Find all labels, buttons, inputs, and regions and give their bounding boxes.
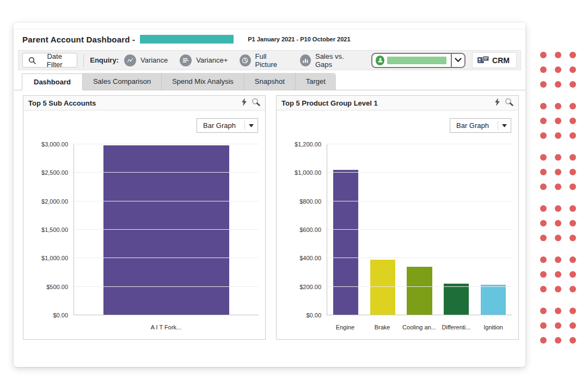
account-selector-dropdown[interactable] [371, 53, 465, 68]
decor-dot [555, 220, 561, 226]
page-title: Parent Account Dashboard - [22, 35, 135, 44]
tab-snapshot[interactable]: Snapshot [244, 73, 296, 90]
panel-body: Bar Graph $0.00$200.00$400.00$600.00$800… [277, 111, 518, 339]
decor-dot [555, 286, 561, 292]
gridline [327, 315, 512, 315]
decor-dot [569, 286, 576, 292]
gridline [74, 286, 259, 287]
tab-snapshot-label: Snapshot [255, 77, 285, 85]
decor-dot [555, 118, 561, 124]
refresh-bolt-icon[interactable] [494, 98, 501, 108]
caret-down-icon [244, 121, 258, 130]
decor-dot [555, 271, 561, 278]
decor-dot [555, 235, 561, 241]
enquiry-variance-plus-button[interactable]: Variance+ [180, 54, 228, 66]
zoom-magnifier-icon[interactable] [252, 98, 260, 108]
bar-cooling-an[interactable] [407, 267, 432, 315]
tab-target[interactable]: Target [296, 73, 336, 90]
panel-top-5-sub-accounts: Top 5 Sub Accounts Bar Graph $0.00$500.0… [23, 95, 266, 340]
y-tick-label: $800.00 [299, 198, 321, 205]
title-row: Parent Account Dashboard - P1 January 20… [22, 33, 517, 46]
tab-sales-comparison[interactable]: Sales Comparison [83, 73, 162, 90]
window-top-divider [14, 29, 525, 29]
bar-chart-top-5-product-group-level-1: $0.00$200.00$400.00$600.00$800.00$1,000.… [281, 144, 514, 336]
bar-differenti[interactable] [444, 284, 469, 315]
contact-card-icon [477, 56, 489, 64]
y-axis: $0.00$500.00$1,000.00$1,500.00$2,000.00$… [28, 144, 70, 315]
bar-slot [401, 144, 438, 315]
enquiry-variance-button[interactable]: Variance [124, 54, 168, 66]
y-tick-label: $0.00 [306, 312, 321, 318]
column-chart-icon [300, 54, 311, 66]
crm-button[interactable]: CRM [472, 52, 517, 68]
x-axis: EngineBrakeCooling an...Differenti...Ign… [327, 318, 512, 336]
decor-dot [555, 337, 561, 344]
date-filter-label: Date Filter [40, 52, 69, 69]
panel-header: Top 5 Sub Accounts [23, 96, 265, 111]
decor-dot-group [540, 205, 584, 241]
zoom-magnifier-icon[interactable] [505, 98, 513, 108]
bar-a-i-t-fork[interactable] [103, 145, 229, 315]
enquiry-sales-vs-gaps-button[interactable]: Sales vs. Gaps [300, 52, 359, 69]
refresh-bolt-icon[interactable] [241, 98, 248, 108]
x-tick-label: Ignition [475, 318, 512, 336]
y-tick-label: $1,500.00 [41, 226, 68, 233]
enquiry-label: Enquiry: [90, 56, 119, 64]
decor-dot-group [540, 308, 584, 344]
enquiry-full-picture-button[interactable]: Full Picture [240, 52, 287, 69]
tab-dashboard[interactable]: Dashboard [22, 74, 83, 90]
decor-dot [555, 183, 561, 190]
toolbar: Date Filter Enquiry: Variance Variance+ … [18, 50, 521, 70]
decor-dot [540, 52, 547, 58]
x-axis: A I T Fork... [74, 318, 259, 336]
toolbar-divider [83, 54, 84, 67]
decor-dot [540, 271, 547, 278]
decor-dot [540, 322, 547, 329]
x-tick-label: Brake [364, 318, 401, 336]
decor-dot [555, 256, 561, 263]
date-filter-button[interactable]: Date Filter [22, 53, 77, 68]
bar-ignition[interactable] [481, 285, 506, 315]
bar-brake[interactable] [370, 260, 395, 315]
decor-dot [540, 154, 547, 161]
decor-dot-group [540, 256, 584, 292]
y-tick-label: $3,000.00 [41, 141, 68, 148]
decor-dot [569, 132, 576, 139]
decor-dot [540, 103, 547, 109]
decor-dot [555, 103, 561, 109]
gridline [327, 258, 512, 258]
bar-engine[interactable] [333, 170, 358, 315]
account-selector-redaction [387, 57, 446, 64]
y-tick-label: $500.00 [46, 284, 68, 290]
y-axis: $0.00$200.00$400.00$600.00$800.00$1,000.… [281, 144, 323, 315]
panel-header: Top 5 Product Group Level 1 [277, 96, 518, 111]
chevron-down-icon[interactable] [451, 54, 464, 67]
decor-dot [569, 308, 576, 314]
decor-dot [569, 256, 576, 263]
decor-dot [569, 118, 576, 124]
decor-dot-group [540, 52, 584, 88]
bar-slot [364, 144, 401, 315]
decor-dot [540, 286, 547, 292]
x-tick-label: Engine [327, 318, 364, 336]
enquiry-full-picture-label: Full Picture [255, 52, 288, 69]
decor-dot [569, 220, 576, 226]
panel-top-5-product-group-level-1: Top 5 Product Group Level 1 Bar Graph $0… [276, 95, 519, 340]
charts-row: Top 5 Sub Accounts Bar Graph $0.00$500.0… [23, 95, 519, 340]
gridline [327, 172, 512, 173]
y-tick-label: $1,200.00 [295, 141, 321, 148]
gridline [327, 201, 512, 201]
decor-dot [540, 118, 547, 124]
bar-slot [475, 144, 512, 315]
decor-dot-group [540, 103, 584, 139]
gridline [327, 229, 512, 230]
tab-spend-mix-analysis[interactable]: Spend Mix Analysis [162, 73, 244, 90]
graph-type-dropdown[interactable]: Bar Graph [197, 118, 258, 133]
panel-body: Bar Graph $0.00$500.00$1,000.00$1,500.00… [23, 111, 265, 339]
scatter-chart-icon [124, 54, 136, 66]
tab-sales-comparison-label: Sales Comparison [93, 77, 151, 85]
decor-dot [555, 81, 561, 88]
graph-type-dropdown[interactable]: Bar Graph [450, 118, 511, 133]
bar-chart-top-5-sub-accounts: $0.00$500.00$1,000.00$1,500.00$2,000.00$… [28, 144, 261, 336]
x-tick-label: A I T Fork... [74, 318, 259, 336]
